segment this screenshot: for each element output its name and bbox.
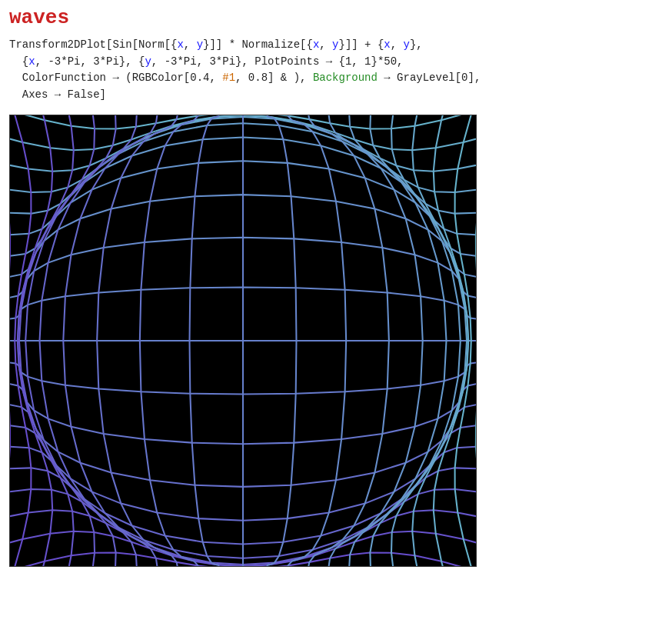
code-block: Transform2DPlot[Sin[Norm[{x, y}]] * Norm… — [9, 37, 663, 104]
code-line-3: ColorFunction → (RGBColor[0.4, #1, 0.8] … — [9, 70, 663, 87]
code-line-2: {x, -3*Pi, 3*Pi}, {y, -3*Pi, 3*Pi}, Plot… — [9, 54, 663, 71]
code-line-4: Axes → False] — [9, 87, 663, 104]
title: waves — [9, 6, 663, 29]
plot-container — [9, 115, 477, 567]
plot-canvas — [10, 115, 476, 566]
code-line-1: Transform2DPlot[Sin[Norm[{x, y}]] * Norm… — [9, 37, 663, 54]
